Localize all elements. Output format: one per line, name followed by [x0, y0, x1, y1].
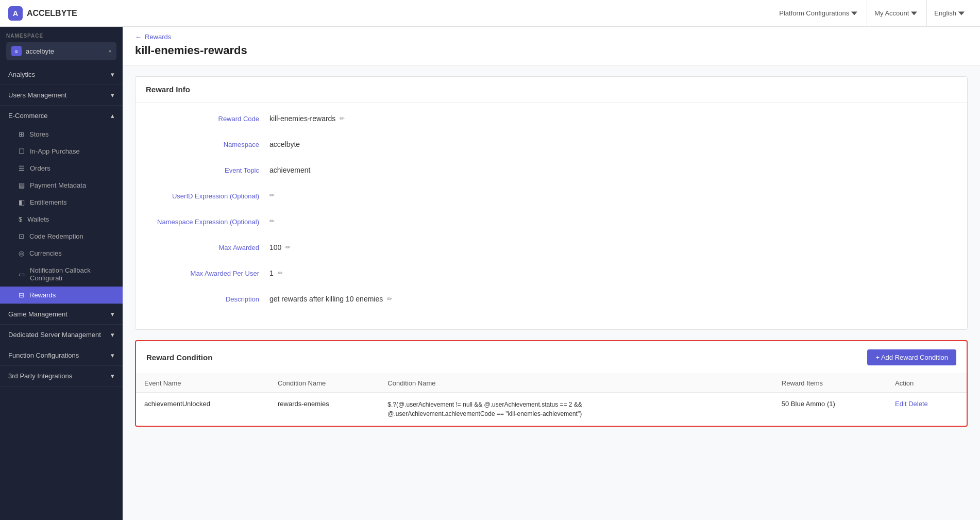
- nav-group-users-header[interactable]: Users Management ▾: [0, 85, 123, 105]
- chevron-down-icon: ▾: [111, 91, 114, 99]
- col-event-name: Event Name: [136, 374, 269, 393]
- nav-group-analytics: Analytics ▾: [0, 64, 123, 85]
- chevron-up-icon: ▴: [111, 112, 114, 120]
- reward-info-form: Reward Code kill-enemies-rewards ✏ Names…: [136, 103, 967, 329]
- logo-icon: A: [8, 6, 23, 21]
- sidebar-item-stores[interactable]: ⊞ Stores: [0, 126, 123, 143]
- namespace-label: NAMESPACE: [6, 33, 116, 39]
- nav-group-game: Game Management ▾: [0, 304, 123, 325]
- wallets-icon: $: [19, 215, 22, 223]
- notification-icon: ▭: [19, 271, 25, 278]
- max-awarded-edit-icon[interactable]: ✏: [285, 244, 291, 251]
- table-row: achievementUnlocked rewards-enemies $.?(…: [136, 393, 967, 426]
- sidebar-item-wallets[interactable]: $ Wallets: [0, 211, 123, 228]
- entitlements-icon: ◧: [19, 198, 25, 206]
- sidebar-item-code-redemption[interactable]: ⊡ Code Redemption: [0, 228, 123, 245]
- nav-group-dedicated-server: Dedicated Server Management ▾: [0, 325, 123, 345]
- delete-link[interactable]: Delete: [908, 400, 928, 408]
- condition-name-cell: rewards-enemies: [269, 393, 379, 426]
- chevron-down-icon: ▾: [111, 71, 114, 78]
- reward-condition-header: Reward Condition + Add Reward Condition: [136, 341, 967, 374]
- purchase-icon: ☐: [19, 147, 25, 155]
- reward-info-card: Reward Info Reward Code kill-enemies-rew…: [135, 76, 968, 330]
- namespace-icon: ≡: [11, 46, 22, 56]
- nav-group-ecommerce-header[interactable]: E-Commerce ▴: [0, 106, 123, 126]
- max-awarded-per-user-label: Max Awarded Per User: [156, 267, 269, 277]
- reward-code-label: Reward Code: [156, 113, 269, 123]
- store-icon: ⊞: [19, 130, 24, 138]
- sidebar-item-rewards[interactable]: ⊟ Rewards: [0, 287, 123, 304]
- reward-code-edit-icon[interactable]: ✏: [340, 115, 345, 122]
- main-content: ← Rewards kill-enemies-rewards Reward In…: [123, 27, 980, 520]
- nav-group-dedicated-server-header[interactable]: Dedicated Server Management ▾: [0, 325, 123, 345]
- description-label: Description: [156, 293, 269, 303]
- event-topic-label: Event Topic: [156, 164, 269, 174]
- reward-condition-title: Reward Condition: [146, 353, 212, 362]
- sidebar-item-entitlements[interactable]: ◧ Entitlements: [0, 194, 123, 211]
- add-reward-condition-button[interactable]: + Add Reward Condition: [867, 349, 956, 365]
- col-reward-items: Reward Items: [773, 374, 887, 393]
- chevron-down-icon: ▾: [111, 372, 114, 380]
- nav-group-ecommerce: E-Commerce ▴ ⊞ Stores ☐ In-App Purchase …: [0, 106, 123, 304]
- currencies-icon: ◎: [19, 249, 24, 257]
- reward-condition-table: Event Name Condition Name Condition Name…: [136, 374, 967, 426]
- nav-group-analytics-header[interactable]: Analytics ▾: [0, 64, 123, 85]
- description-value: get rewards after killing 10 enemies ✏: [269, 293, 947, 303]
- rewards-icon: ⊟: [19, 291, 24, 299]
- col-action: Action: [887, 374, 967, 393]
- namespace-expression-edit-icon[interactable]: ✏: [269, 217, 275, 225]
- description-edit-icon[interactable]: ✏: [387, 295, 392, 303]
- namespace-expression-label: Namespace Expression (Optional): [156, 216, 269, 226]
- reward-condition-card: Reward Condition + Add Reward Condition …: [135, 340, 968, 427]
- sidebar-item-orders[interactable]: ☰ Orders: [0, 160, 123, 177]
- namespace-value: accelbyte: [26, 47, 54, 55]
- max-awarded-value: 100 ✏: [269, 242, 947, 251]
- reward-code-row: Reward Code kill-enemies-rewards ✏: [156, 113, 947, 129]
- max-awarded-label: Max Awarded: [156, 242, 269, 251]
- chevron-down-icon: ▾: [109, 48, 111, 54]
- reward-items-cell: 50 Blue Ammo (1): [773, 393, 887, 426]
- chevron-down-icon: ▾: [111, 351, 114, 359]
- code-icon: ⊡: [19, 232, 24, 240]
- sidebar-item-payment-metadata[interactable]: ▤ Payment Metadata: [0, 177, 123, 194]
- reward-info-title: Reward Info: [136, 77, 967, 103]
- userid-expression-label: UserID Expression (Optional): [156, 190, 269, 200]
- nav-group-third-party: 3rd Party Integrations ▾: [0, 366, 123, 387]
- event-topic-value: achievement: [269, 164, 947, 174]
- chevron-down-icon: ▾: [111, 310, 114, 318]
- sidebar-item-in-app-purchase[interactable]: ☐ In-App Purchase: [0, 143, 123, 160]
- nav-group-function-configs-header[interactable]: Function Configurations ▾: [0, 345, 123, 365]
- col-condition-name-2: Condition Name: [379, 374, 773, 393]
- edit-link[interactable]: Edit: [895, 400, 906, 408]
- col-condition-name-1: Condition Name: [269, 374, 379, 393]
- action-cell: Edit Delete: [887, 393, 967, 426]
- namespace-section: NAMESPACE ≡ accelbyte ▾: [0, 27, 123, 64]
- sidebar-item-currencies[interactable]: ◎ Currencies: [0, 245, 123, 262]
- event-name-cell: achievementUnlocked: [136, 393, 269, 426]
- nav-group-third-party-header[interactable]: 3rd Party Integrations ▾: [0, 366, 123, 386]
- max-awarded-per-user-row: Max Awarded Per User 1 ✏: [156, 267, 947, 284]
- platform-configurations-button[interactable]: Platform Configurations: [772, 0, 865, 27]
- topbar: A ACCELBYTE Platform Configurations My A…: [0, 0, 980, 27]
- max-awarded-row: Max Awarded 100 ✏: [156, 242, 947, 258]
- namespace-expression-value: ✏: [269, 216, 947, 225]
- userid-expression-row: UserID Expression (Optional) ✏: [156, 190, 947, 207]
- description-row: Description get rewards after killing 10…: [156, 293, 947, 310]
- chevron-down-icon: ▾: [111, 331, 114, 339]
- content-area: Reward Info Reward Code kill-enemies-rew…: [123, 66, 980, 447]
- sidebar-item-notification[interactable]: ▭ Notification Callback Configurati: [0, 262, 123, 287]
- orders-icon: ☰: [19, 164, 25, 172]
- nav-group-game-header[interactable]: Game Management ▾: [0, 304, 123, 324]
- namespace-expression-row: Namespace Expression (Optional) ✏: [156, 216, 947, 232]
- payment-icon: ▤: [19, 181, 25, 189]
- userid-expression-edit-icon[interactable]: ✏: [269, 192, 275, 199]
- max-awarded-per-user-edit-icon[interactable]: ✏: [278, 270, 283, 277]
- topbar-right: Platform Configurations My Account Engli…: [772, 0, 972, 27]
- max-awarded-per-user-value: 1 ✏: [269, 267, 947, 277]
- language-button[interactable]: English: [926, 0, 972, 27]
- breadcrumb[interactable]: ← Rewards: [135, 33, 968, 41]
- reward-code-value: kill-enemies-rewards ✏: [269, 113, 947, 123]
- my-account-button[interactable]: My Account: [867, 0, 924, 27]
- namespace-selector[interactable]: ≡ accelbyte ▾: [6, 42, 116, 60]
- event-topic-row: Event Topic achievement: [156, 164, 947, 181]
